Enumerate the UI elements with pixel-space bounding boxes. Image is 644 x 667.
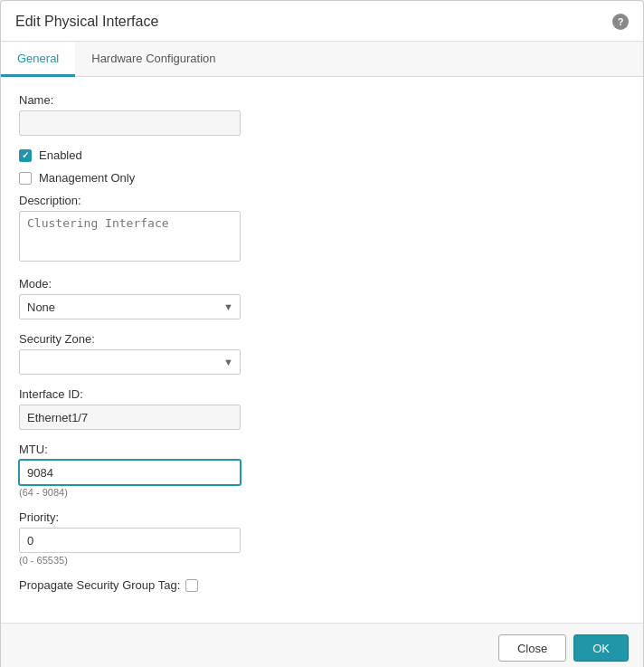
mtu-row: MTU: (64 - 9084) bbox=[19, 443, 625, 498]
dialog-title: Edit Physical Interface bbox=[15, 14, 158, 30]
priority-label: Priority: bbox=[19, 510, 625, 524]
edit-physical-interface-dialog: Edit Physical Interface ? General Hardwa… bbox=[0, 0, 644, 667]
tab-bar: General Hardware Configuration bbox=[1, 42, 643, 77]
close-button[interactable]: Close bbox=[498, 634, 566, 662]
management-only-label[interactable]: Management Only bbox=[39, 171, 135, 185]
interface-id-row: Interface ID: bbox=[19, 387, 625, 430]
priority-input[interactable] bbox=[19, 528, 241, 553]
tab-general[interactable]: General bbox=[1, 43, 75, 77]
propagate-sgt-label: Propagate Security Group Tag: bbox=[19, 578, 180, 592]
dialog-header: Edit Physical Interface ? bbox=[1, 1, 643, 42]
mode-row: Mode: None Passive Tap Erspan Source ▼ bbox=[19, 277, 625, 319]
interface-id-label: Interface ID: bbox=[19, 387, 625, 401]
security-zone-label: Security Zone: bbox=[19, 332, 625, 346]
name-input[interactable] bbox=[19, 110, 241, 136]
help-icon[interactable]: ? bbox=[612, 14, 629, 30]
security-zone-row: Security Zone: ▼ bbox=[19, 332, 625, 375]
management-only-checkbox[interactable] bbox=[19, 172, 32, 185]
propagate-sgt-checkbox[interactable] bbox=[185, 579, 198, 592]
dialog-footer: Close OK bbox=[1, 623, 643, 667]
description-label: Description: bbox=[19, 194, 625, 207]
mtu-input[interactable] bbox=[19, 460, 241, 485]
mode-select[interactable]: None Passive Tap Erspan Source bbox=[19, 294, 241, 319]
priority-row: Priority: (0 - 65535) bbox=[19, 510, 625, 566]
description-row: Description: bbox=[19, 194, 625, 264]
name-label: Name: bbox=[19, 93, 625, 107]
security-zone-select-wrapper: ▼ bbox=[19, 349, 241, 375]
tab-hardware-configuration[interactable]: Hardware Configuration bbox=[75, 43, 232, 77]
priority-hint: (0 - 65535) bbox=[19, 555, 625, 566]
ok-button[interactable]: OK bbox=[573, 634, 629, 662]
mode-select-wrapper: None Passive Tap Erspan Source ▼ bbox=[19, 294, 241, 319]
dialog-body: Name: Enabled Management Only Descriptio… bbox=[1, 77, 643, 623]
management-only-row: Management Only bbox=[19, 171, 625, 185]
name-row: Name: bbox=[19, 93, 625, 136]
mode-label: Mode: bbox=[19, 277, 625, 291]
enabled-row: Enabled bbox=[19, 148, 625, 162]
enabled-label[interactable]: Enabled bbox=[39, 148, 82, 162]
description-input[interactable] bbox=[19, 211, 241, 262]
enabled-checkbox[interactable] bbox=[19, 149, 32, 162]
interface-id-input[interactable] bbox=[19, 405, 241, 430]
security-zone-select[interactable] bbox=[19, 349, 241, 375]
mtu-label: MTU: bbox=[19, 443, 625, 456]
propagate-sgt-row: Propagate Security Group Tag: bbox=[19, 578, 625, 592]
mtu-hint: (64 - 9084) bbox=[19, 487, 625, 498]
